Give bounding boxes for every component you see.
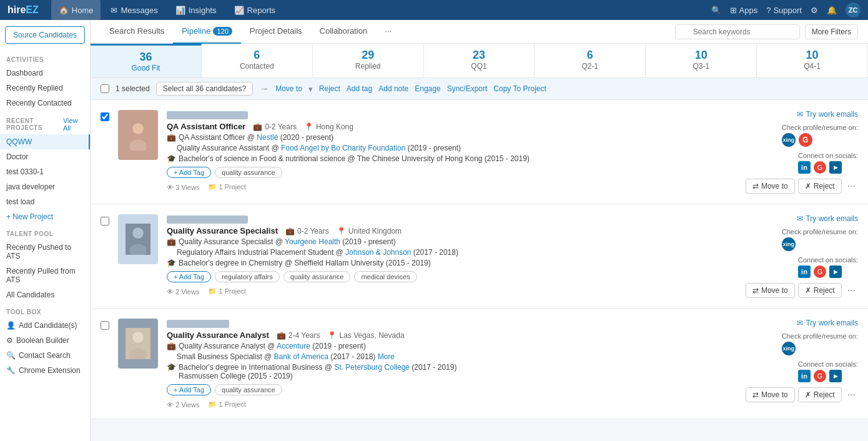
- linkedin-icon-3[interactable]: in: [798, 370, 811, 382]
- reject-btn-1[interactable]: ✗ Reject: [798, 179, 842, 194]
- xing-social-3[interactable]: ▶: [829, 370, 842, 382]
- nav-settings[interactable]: ⚙: [811, 6, 818, 15]
- view-all-link[interactable]: View All: [63, 117, 84, 132]
- tag-3-1[interactable]: quality assurance: [215, 384, 282, 395]
- sidebar-item-test-0330[interactable]: test 0330-1: [0, 164, 90, 179]
- stage-good-fit[interactable]: 36 Good Fit: [91, 44, 202, 77]
- xing-social-2[interactable]: ▶: [829, 265, 842, 278]
- card-checkbox-3[interactable]: [101, 321, 109, 332]
- sidebar-item-java-developer[interactable]: java developer: [0, 179, 90, 194]
- sidebar-item-qqww[interactable]: QQWW: [0, 134, 90, 149]
- checkbox-1[interactable]: [101, 112, 109, 121]
- nav-messages[interactable]: ✉ Messages: [103, 0, 165, 20]
- add-tag-btn-2[interactable]: + Add Tag: [167, 271, 211, 282]
- tag-2-3[interactable]: medical devices: [354, 271, 417, 282]
- action-bar: 1 selected Select all 36 candidates? → M…: [91, 78, 868, 100]
- briefcase-icon-3: 💼: [277, 331, 286, 340]
- job-2-1: 💼 Quality Assurance Specialist @ Yourgen…: [167, 237, 712, 246]
- source-candidates-button[interactable]: Source Candidates: [5, 26, 85, 44]
- google-icon-1[interactable]: G: [799, 133, 812, 147]
- sidebar-item-test-load[interactable]: test load: [0, 194, 90, 209]
- stage-contacted[interactable]: 6 Contacted: [202, 44, 313, 77]
- stage-qq1[interactable]: 23 QQ1: [424, 44, 535, 77]
- add-note-action[interactable]: Add note: [378, 84, 408, 93]
- tag-1-1[interactable]: quality assurance: [215, 167, 282, 178]
- checkbox-3[interactable]: [101, 321, 109, 330]
- linkedin-icon-2[interactable]: in: [798, 265, 811, 278]
- nav-home[interactable]: 🏠 Home: [51, 0, 101, 20]
- stage-q2-1[interactable]: 6 Q2-1: [535, 44, 646, 77]
- nav-apps[interactable]: ⊞ Apps: [730, 6, 758, 15]
- move-to-btn-1[interactable]: ⇄ Move to: [746, 179, 795, 194]
- move-to-action[interactable]: Move to: [275, 84, 302, 93]
- more-options-btn-3[interactable]: ···: [845, 388, 858, 402]
- try-email-2[interactable]: ✉ Try work emails: [797, 214, 858, 223]
- move-to-btn-3[interactable]: ⇄ Move to: [746, 387, 795, 402]
- sidebar-item-contact-search[interactable]: 🔍 Contact Search: [0, 348, 90, 363]
- google-social-2[interactable]: G: [814, 265, 826, 278]
- sidebar-item-chrome-extension[interactable]: 🔧 Chrome Extension: [0, 363, 90, 378]
- reject-btn-2[interactable]: ✗ Reject: [798, 283, 842, 298]
- sidebar-item-dashboard[interactable]: Dashboard: [0, 66, 90, 81]
- sidebar-item-all-candidates[interactable]: All Candidates: [0, 287, 90, 302]
- projects-1: 📁 1 Project: [208, 183, 245, 191]
- checkbox-2[interactable]: [101, 217, 109, 225]
- tab-more[interactable]: ···: [376, 20, 400, 44]
- nav-reports[interactable]: 📈 Reports: [227, 0, 284, 20]
- linkedin-icon-1[interactable]: in: [798, 161, 811, 174]
- more-filters-button[interactable]: More Filters: [805, 24, 858, 39]
- chrome-icon: 🔧: [6, 366, 16, 375]
- sidebar-item-pushed-ats[interactable]: Recently Pushed to ATS: [0, 240, 90, 264]
- xing-icon-2[interactable]: xing: [782, 237, 796, 251]
- tag-2-1[interactable]: regulatory affairs: [215, 271, 280, 282]
- xing-icon-1[interactable]: xing: [782, 133, 796, 147]
- card-checkbox-2[interactable]: [101, 217, 109, 227]
- views-3: 👁 2 Views: [167, 401, 199, 409]
- add-tag-action[interactable]: Add tag: [347, 84, 372, 93]
- sync-export-action[interactable]: Sync/Export: [447, 84, 488, 93]
- sidebar-item-doctor[interactable]: Doctor: [0, 149, 90, 164]
- xing-icon-3[interactable]: xing: [782, 342, 796, 355]
- tab-search-results[interactable]: Search Results: [101, 20, 173, 44]
- more-link-3[interactable]: More: [378, 352, 395, 361]
- more-options-btn-2[interactable]: ···: [845, 284, 858, 297]
- card-checkbox-1[interactable]: [101, 112, 109, 123]
- add-tag-btn-1[interactable]: + Add Tag: [167, 167, 211, 178]
- nav-insights[interactable]: 📊 Insights: [168, 0, 224, 20]
- stage-q3-1[interactable]: 10 Q3-1: [646, 44, 757, 77]
- toolbox-title: TOOL BOX: [0, 302, 90, 318]
- select-all-button[interactable]: Select all 36 candidates?: [156, 82, 253, 96]
- search-input[interactable]: [675, 24, 800, 39]
- engage-action[interactable]: Engage: [415, 84, 440, 93]
- reject-btn-3[interactable]: ✗ Reject: [798, 387, 842, 402]
- sidebar-item-recently-contacted[interactable]: Recently Contacted: [0, 96, 90, 111]
- move-to-btn-2[interactable]: ⇄ Move to: [746, 283, 795, 298]
- sidebar-item-pulled-ats[interactable]: Recently Pulled from ATS: [0, 264, 90, 287]
- tab-pipeline[interactable]: Pipeline 120: [173, 20, 241, 44]
- more-options-btn-1[interactable]: ···: [845, 179, 858, 193]
- select-all-checkbox[interactable]: [101, 84, 109, 93]
- try-email-3[interactable]: ✉ Try work emails: [797, 319, 858, 327]
- candidate-name-1: [167, 111, 248, 119]
- nav-support[interactable]: ? Support: [766, 6, 802, 15]
- sidebar-item-add-candidates[interactable]: 👤 Add Candidate(s): [0, 318, 90, 333]
- nav-search[interactable]: 🔍: [711, 6, 721, 15]
- stage-replied[interactable]: 29 Replied: [313, 44, 424, 77]
- nav-user-avatar[interactable]: ZC: [846, 2, 861, 17]
- tag-2-2[interactable]: quality assurance: [284, 271, 351, 282]
- tags-2: + Add Tag regulatory affairs quality ass…: [167, 271, 712, 282]
- new-project-button[interactable]: + New Project: [0, 209, 90, 224]
- sidebar-item-boolean-builder[interactable]: ⚙ Boolean Builder: [0, 333, 90, 348]
- google-social-1[interactable]: G: [814, 161, 826, 174]
- tab-collaboration[interactable]: Collaboration: [311, 20, 377, 44]
- stage-q4-1[interactable]: 10 Q4-1: [757, 44, 868, 77]
- google-social-3[interactable]: G: [814, 370, 826, 382]
- add-tag-btn-3[interactable]: + Add Tag: [167, 384, 211, 395]
- xing-social-1[interactable]: ▶: [829, 161, 842, 174]
- tab-project-details[interactable]: Project Details: [241, 20, 311, 44]
- sidebar-item-recently-replied[interactable]: Recently Replied: [0, 81, 90, 96]
- try-email-1[interactable]: ✉ Try work emails: [797, 110, 858, 119]
- nav-notifications[interactable]: 🔔: [827, 6, 837, 15]
- copy-to-action[interactable]: Copy To Project: [493, 84, 546, 93]
- reject-action[interactable]: Reject: [319, 84, 340, 93]
